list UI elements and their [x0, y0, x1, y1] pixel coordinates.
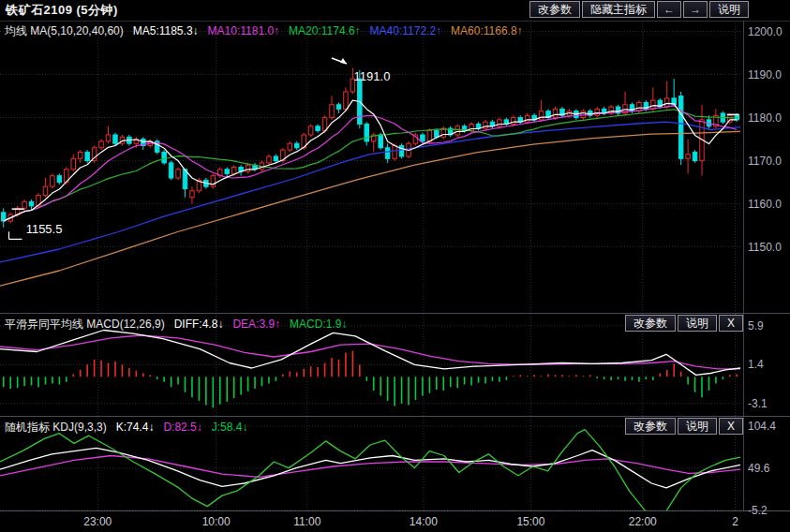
indicator-value: MA60:1166.8↑ [451, 24, 523, 37]
change-params-button[interactable]: 改参数 [625, 418, 676, 435]
time-tick-label: 14:00 [410, 515, 438, 528]
axis-tick-label: 104.4 [748, 420, 776, 433]
indicator-value: D:82.5↓ [163, 421, 201, 434]
axis-tick-label: 1.4 [748, 358, 764, 371]
help-button[interactable]: 说明 [678, 315, 717, 332]
time-tick-label: 11:00 [293, 515, 320, 528]
kdj-panel-buttons: 改参数说明X [625, 418, 743, 435]
time-axis: 23:0010:0011:0014:0015:0022:002 [0, 510, 790, 532]
axis-tick-label: 1170.0 [748, 155, 782, 168]
prev-arrow-button[interactable]: ← [657, 1, 681, 18]
time-tick-label: 23:00 [83, 515, 112, 528]
indicator-value: DEA:3.9↑ [232, 318, 280, 331]
help-button[interactable]: 说明 [709, 1, 749, 18]
next-arrow-button[interactable]: → [683, 1, 708, 18]
axis-divider [743, 21, 744, 510]
chart-application: 铁矿石2109 (5分钟) 改参数隐藏主指标←→说明 均线 MA(5,10,20… [0, 0, 790, 532]
axis-tick-label: 1200.0 [748, 25, 783, 38]
kdj-indicator-readout: 随机指标 KDJ(9,3,3)K:74.4↓D:82.5↓J:58.4↓ [5, 420, 257, 436]
axis-tick-label: -3.1 [748, 397, 768, 410]
ma-indicator-readout: 均线 MA(5,10,20,40,60)MA5:1185.3↓MA10:1181… [5, 23, 532, 39]
change-params-button[interactable]: 改参数 [529, 1, 580, 18]
contract-title: 铁矿石2109 (5分钟) [0, 2, 118, 19]
close-button[interactable]: X [719, 418, 743, 435]
change-params-button[interactable]: 改参数 [625, 315, 676, 332]
axis-tick-label: 1160.0 [748, 198, 782, 211]
header-bar: 铁矿石2109 (5分钟) 改参数隐藏主指标←→说明 [0, 0, 790, 22]
indicator-value: MACD:1.9↓ [290, 318, 347, 331]
macd-panel-buttons: 改参数说明X [625, 315, 743, 332]
help-button[interactable]: 说明 [678, 418, 717, 435]
close-button[interactable]: X [719, 315, 743, 332]
indicator-value: MA10:1181.0↑ [208, 24, 280, 37]
axis-tick-label: -5.2 [748, 504, 768, 517]
macd-indicator-readout: 平滑异同平均线 MACD(12,26,9)DIFF:4.8↓DEA:3.9↑MA… [5, 317, 356, 332]
axis-tick-label: 5.9 [748, 319, 764, 332]
svg-text:1191.0: 1191.0 [354, 69, 391, 83]
panel-separator [0, 313, 790, 314]
indicator-value: 均线 MA(5,10,20,40,60) [5, 24, 124, 37]
indicator-value: K:74.4↓ [116, 421, 155, 434]
time-tick-label: 10:00 [202, 515, 231, 528]
main-candlestick-chart[interactable]: 1191.01155.5 [0, 21, 745, 314]
axis-tick-label: 1150.0 [748, 241, 782, 254]
indicator-value: J:58.4↓ [212, 421, 248, 434]
indicator-value: 随机指标 KDJ(9,3,3) [5, 421, 107, 434]
panel-separator [0, 416, 790, 417]
indicator-value: 平滑异同平均线 MACD(12,26,9) [5, 318, 165, 331]
svg-text:1155.5: 1155.5 [26, 222, 63, 236]
indicator-value: MA5:1185.3↓ [133, 24, 199, 37]
axis-tick-label: 1190.0 [748, 68, 782, 81]
indicator-value: DIFF:4.8↓ [174, 318, 224, 331]
indicator-value: MA20:1174.6↑ [289, 24, 361, 37]
time-tick-label: 15:00 [516, 515, 544, 528]
axis-tick-label: 1180.0 [748, 111, 782, 125]
axis-tick-label: 49.6 [748, 462, 769, 475]
indicator-value: MA40:1172.2↑ [370, 24, 442, 37]
time-tick-label: 2 [732, 515, 738, 528]
time-tick-label: 22:00 [629, 515, 657, 528]
hide-main-indicator-button[interactable]: 隐藏主指标 [582, 1, 655, 18]
header-buttons: 改参数隐藏主指标←→说明 [529, 1, 749, 18]
